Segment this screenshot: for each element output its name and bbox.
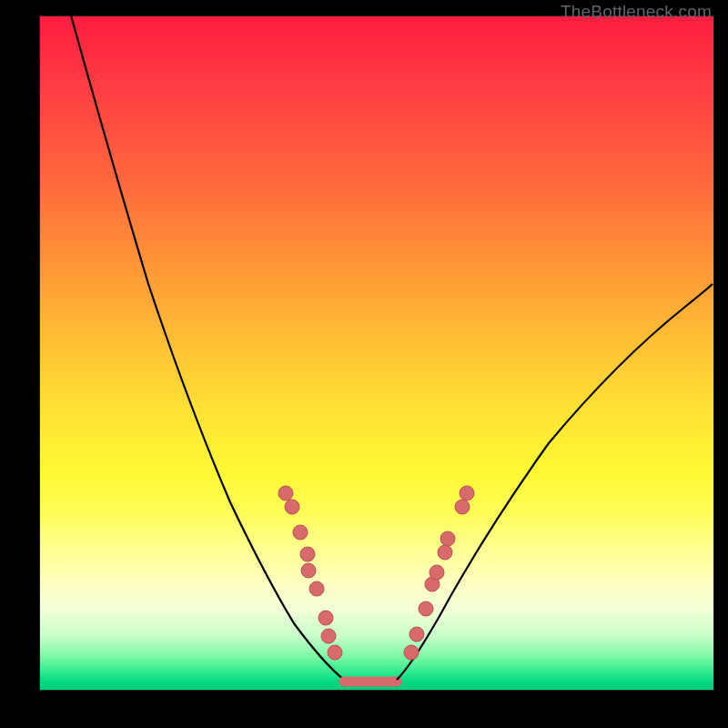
chart-container: { "watermark": "TheBottleneck.com", "cha… bbox=[0, 0, 728, 728]
marker-dot bbox=[293, 525, 308, 540]
marker-dot bbox=[318, 611, 333, 625]
marker-dot bbox=[328, 645, 342, 660]
left-curve bbox=[71, 15, 344, 680]
marker-dot bbox=[455, 500, 470, 514]
marker-dot bbox=[301, 563, 316, 578]
marker-dot bbox=[438, 545, 452, 560]
marker-group bbox=[278, 486, 474, 660]
marker-dot bbox=[278, 486, 293, 500]
marker-dot bbox=[440, 531, 455, 546]
marker-dot bbox=[430, 565, 444, 580]
marker-dot bbox=[404, 645, 419, 660]
marker-dot bbox=[460, 486, 474, 500]
marker-dot bbox=[419, 602, 433, 616]
right-curve bbox=[397, 284, 713, 680]
marker-dot bbox=[300, 547, 315, 561]
marker-dot bbox=[321, 629, 336, 643]
marker-dot bbox=[285, 500, 299, 514]
curve-layer bbox=[39, 15, 713, 689]
marker-dot bbox=[410, 627, 424, 642]
marker-dot bbox=[309, 581, 324, 596]
